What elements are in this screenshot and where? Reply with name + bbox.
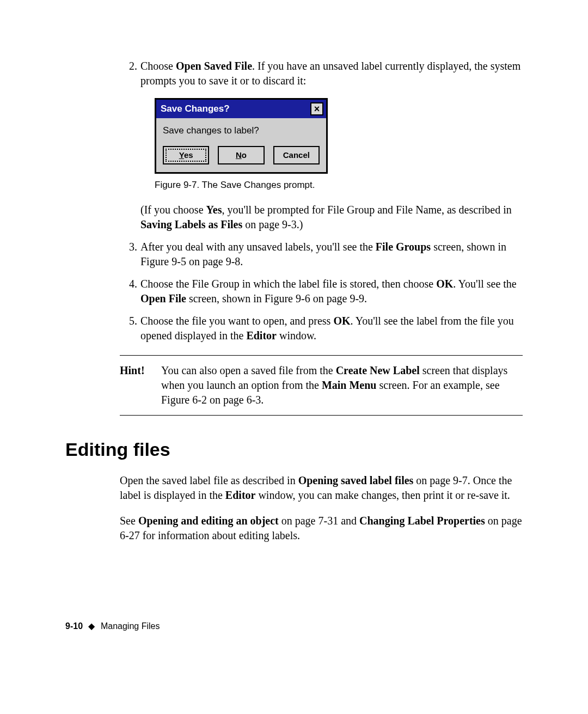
mnemonic: Y [179, 150, 184, 160]
dialog-title-text: Save Changes? [161, 103, 230, 115]
step-4: 4. Choose the File Group in which the la… [120, 277, 523, 306]
text: . You'll see the [453, 278, 516, 290]
text: , you'll be prompted for File Group and … [222, 204, 511, 216]
step-text: Choose the file you want to open, and pr… [140, 314, 523, 343]
step-number: 5. [120, 314, 140, 343]
step-2-note: (If you choose Yes, you'll be prompted f… [120, 203, 523, 232]
step-text: After you deal with any unsaved labels, … [140, 240, 523, 269]
text: o [242, 150, 247, 160]
text: Open the saved label file as described i… [120, 474, 298, 486]
bold: Open File [140, 292, 186, 304]
paragraph: See Opening and editing an object on pag… [120, 514, 523, 543]
step-number: 3. [120, 240, 140, 269]
bold: Opening and editing an object [138, 515, 279, 527]
body-content: 2. Choose Open Saved File. If you have a… [120, 59, 523, 416]
text: es [184, 150, 193, 160]
text: You can also open a saved file from the [161, 364, 336, 376]
chapter-title: Managing Files [101, 621, 160, 631]
step-number: 4. [120, 277, 140, 306]
dialog-save-changes: Save Changes? × Save changes to label? Y… [155, 98, 328, 174]
cancel-button[interactable]: Cancel [273, 146, 320, 164]
step-3: 3. After you deal with any unsaved label… [120, 240, 523, 269]
bold: Opening saved label files [298, 474, 414, 486]
bold: Changing Label Properties [359, 515, 485, 527]
step-text: Choose the File Group in which the label… [140, 277, 523, 306]
hint-text: You can also open a saved file from the … [161, 363, 523, 407]
bold: Editor [246, 329, 277, 341]
bold: Create New Label [336, 364, 420, 376]
close-icon[interactable]: × [310, 102, 323, 115]
page-number: 9-10 [65, 621, 83, 631]
bold: Yes [206, 204, 222, 216]
dialog-message: Save changes to label? [163, 125, 320, 137]
text: screen, shown in Figure 9-6 on page 9-9. [186, 292, 367, 304]
section-heading-editing-files: Editing files [65, 437, 523, 462]
yes-button[interactable]: Yes [163, 146, 209, 164]
text: Choose the File Group in which the label… [140, 278, 436, 290]
text: Choose the file you want to open, and pr… [140, 315, 333, 327]
paragraph: Open the saved label file as described i… [120, 473, 523, 503]
figure-save-changes: Save Changes? × Save changes to label? Y… [155, 98, 523, 174]
dialog-body: Save changes to label? Yes No Cancel [156, 118, 326, 172]
figure-caption: Figure 9-7. The Save Changes prompt. [155, 179, 523, 192]
text: See [120, 515, 138, 527]
text: on page 7-31 and [279, 515, 359, 527]
diamond-icon: ◆ [88, 621, 95, 631]
bold: OK [333, 315, 350, 327]
bold: File Groups [376, 241, 431, 253]
bold: Open Saved File [176, 60, 252, 72]
bold: Editor [225, 489, 256, 501]
dialog-titlebar: Save Changes? × [156, 100, 326, 118]
step-2: 2. Choose Open Saved File. If you have a… [120, 59, 523, 88]
text: Choose [140, 60, 176, 72]
hint-block: Hint! You can also open a saved file fro… [120, 355, 523, 416]
page-footer: 9-10 ◆ Managing Files [65, 620, 160, 632]
step-text: Choose Open Saved File. If you have an u… [140, 59, 523, 88]
step-text: (If you choose Yes, you'll be prompted f… [140, 203, 523, 232]
no-button[interactable]: No [218, 146, 264, 164]
dialog-button-row: Yes No Cancel [163, 146, 320, 168]
text: After you deal with any unsaved labels, … [140, 241, 376, 253]
text: window. [277, 329, 316, 341]
hint-label: Hint! [120, 363, 161, 407]
page: 2. Choose Open Saved File. If you have a… [0, 0, 588, 714]
bold: Saving Labels as Files [140, 218, 242, 230]
text: window, you can make changes, then print… [255, 489, 510, 501]
step-number: 2. [120, 59, 140, 88]
bold: OK [436, 278, 453, 290]
bold: Main Menu [322, 379, 377, 391]
text: on page 9-3.) [242, 218, 303, 230]
mnemonic: N [236, 150, 242, 160]
step-5: 5. Choose the file you want to open, and… [120, 314, 523, 343]
text: (If you choose [140, 204, 206, 216]
editing-body: Open the saved label file as described i… [120, 473, 523, 543]
